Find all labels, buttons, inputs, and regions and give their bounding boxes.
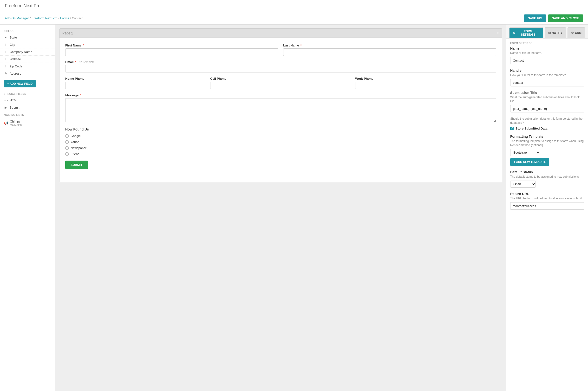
form-area: Page 1 + First Name * Last Name * bbox=[55, 24, 506, 391]
sidebar-item-submit[interactable]: ▶ Submit bbox=[0, 104, 55, 111]
name-row: First Name * Last Name * bbox=[65, 44, 496, 56]
formatting-template-select[interactable]: Bootstrap None Foundation bbox=[510, 149, 540, 156]
store-data-checkbox[interactable] bbox=[510, 127, 514, 130]
tab-notify-label: NOTIFY bbox=[552, 31, 563, 35]
email-input[interactable] bbox=[65, 65, 496, 73]
name-input[interactable] bbox=[510, 57, 584, 64]
breadcrumb-current: Contact bbox=[72, 16, 83, 20]
radio-google-input[interactable] bbox=[65, 134, 69, 138]
store-data-row: Store Submitted Data bbox=[510, 127, 584, 130]
work-phone-field: Work Phone bbox=[355, 77, 496, 89]
page-label: Page 1 bbox=[62, 31, 496, 35]
formatting-template-desc: The formatting template to assign to thi… bbox=[510, 139, 584, 147]
email-required: * bbox=[75, 60, 76, 64]
breadcrumb-addon-manager[interactable]: Add-On Manager bbox=[5, 16, 29, 20]
email-row: Email * No Template bbox=[65, 60, 496, 73]
cell-phone-input[interactable] bbox=[210, 82, 351, 89]
mailing-list-chimpy[interactable]: 📢 Chimpy MailChimp bbox=[0, 118, 55, 128]
cell-phone-label: Cell Phone bbox=[210, 77, 351, 80]
mailing-list-label: Chimpy bbox=[10, 120, 22, 123]
radio-friend-input[interactable] bbox=[65, 152, 69, 156]
sidebar-item-label: HTML bbox=[10, 98, 18, 102]
breadcrumb-sep-1: / bbox=[30, 16, 31, 20]
special-fields-section-label: SPECIAL FIELDS bbox=[0, 90, 55, 97]
mailing-list-sublabel: MailChimp bbox=[10, 123, 22, 126]
return-url-heading: Return URL bbox=[510, 192, 584, 196]
phone-row: Home Phone Cell Phone Work Phone bbox=[65, 77, 496, 89]
crm-gear-icon: ⚙ bbox=[571, 31, 574, 35]
tab-notify[interactable]: ✉ NOTIFY bbox=[545, 27, 566, 38]
store-data-label: Store Submitted Data bbox=[515, 127, 547, 130]
sidebar-item-label: Company Name bbox=[10, 50, 32, 54]
breadcrumb-freeform[interactable]: Freeform Next Pro bbox=[31, 16, 57, 20]
formatting-template-select-row: Bootstrap None Foundation bbox=[510, 149, 584, 156]
sidebar-item-city[interactable]: I City bbox=[0, 41, 55, 48]
form-canvas: First Name * Last Name * Ema bbox=[59, 38, 502, 182]
submission-title-desc: What the auto-generated submission title… bbox=[510, 95, 584, 103]
submit-button[interactable]: SUBMIT bbox=[65, 161, 88, 169]
email-label: Email * No Template bbox=[65, 60, 496, 64]
text-icon: I bbox=[4, 57, 8, 61]
message-textarea[interactable] bbox=[65, 98, 496, 122]
breadcrumb-forms[interactable]: Forms bbox=[60, 16, 69, 20]
text-icon: I bbox=[4, 65, 8, 68]
tab-form-settings[interactable]: ⚙ FORM SETTINGS bbox=[509, 27, 543, 38]
breadcrumb-sep-3: / bbox=[70, 16, 71, 20]
breadcrumb-bar: Add-On Manager / Freeform Next Pro / For… bbox=[0, 12, 588, 24]
radio-google: Google bbox=[65, 134, 496, 138]
sidebar-item-zip-code[interactable]: I Zip Code bbox=[0, 63, 55, 70]
add-new-field-button[interactable]: + ADD NEW FIELD bbox=[4, 80, 36, 87]
settings-body: Name Name or title of the form. Handle H… bbox=[506, 46, 588, 219]
radio-newspaper-label: Newspaper bbox=[71, 146, 87, 150]
how-found-section: How Found Us Google Yahoo Newspaper Frie… bbox=[65, 127, 496, 156]
sidebar-item-html[interactable]: </> HTML bbox=[0, 97, 55, 104]
play-icon: ▶ bbox=[4, 106, 8, 109]
sidebar-item-label: Website bbox=[10, 57, 21, 61]
sidebar-item-state[interactable]: ▾ State bbox=[0, 34, 55, 41]
radio-google-label: Google bbox=[71, 134, 81, 138]
add-new-template-button[interactable]: + ADD NEW TEMPLATE bbox=[510, 158, 549, 166]
submission-title-input[interactable] bbox=[510, 105, 584, 112]
breadcrumb-sep-2: / bbox=[58, 16, 59, 20]
tab-crm[interactable]: ⚙ CRM bbox=[568, 27, 585, 38]
setting-formatting-template: Formatting Template The formatting templ… bbox=[510, 135, 584, 166]
add-page-button[interactable]: + bbox=[496, 31, 499, 36]
first-name-input[interactable] bbox=[65, 48, 278, 56]
submission-title-heading: Submission Title bbox=[510, 91, 584, 95]
home-phone-input[interactable] bbox=[65, 82, 206, 89]
sidebar-item-label: City bbox=[10, 43, 15, 46]
handle-heading: Handle bbox=[510, 69, 584, 73]
text-icon: I bbox=[4, 43, 8, 46]
save-button[interactable]: SAVE ⌘S bbox=[524, 14, 546, 22]
first-name-required: * bbox=[83, 44, 84, 47]
radio-yahoo: Yahoo bbox=[65, 140, 496, 144]
cell-phone-field: Cell Phone bbox=[210, 77, 351, 89]
formatting-template-heading: Formatting Template bbox=[510, 135, 584, 138]
last-name-input[interactable] bbox=[283, 48, 496, 56]
handle-input[interactable] bbox=[510, 79, 584, 87]
setting-return-url: Return URL The URL the form will redirec… bbox=[510, 192, 584, 210]
radio-newspaper: Newspaper bbox=[65, 146, 496, 150]
message-field: Message * bbox=[65, 94, 496, 123]
tab-form-settings-label: FORM SETTINGS bbox=[517, 30, 540, 36]
sidebar-item-address[interactable]: ✎ Address bbox=[0, 70, 55, 77]
breadcrumb: Add-On Manager / Freeform Next Pro / For… bbox=[5, 16, 83, 20]
default-status-select[interactable]: Open Pending Closed bbox=[510, 181, 536, 188]
right-panel: ⚙ FORM SETTINGS ✉ NOTIFY ⚙ CRM FORM SETT… bbox=[506, 24, 588, 391]
radio-newspaper-input[interactable] bbox=[65, 146, 69, 150]
save-and-close-button[interactable]: SAVE AND CLOSE bbox=[548, 14, 583, 22]
work-phone-input[interactable] bbox=[355, 82, 496, 89]
handle-desc: How you'll refer to this form in the tem… bbox=[510, 73, 584, 77]
main-layout: FIELDS ▾ State I City I Company Name I W… bbox=[0, 24, 588, 391]
sidebar-item-website[interactable]: I Website bbox=[0, 56, 55, 63]
radio-yahoo-input[interactable] bbox=[65, 140, 69, 144]
setting-name: Name Name or title of the form. bbox=[510, 46, 584, 64]
first-name-field: First Name * bbox=[65, 44, 278, 56]
home-phone-label: Home Phone bbox=[65, 77, 206, 80]
return-url-desc: The URL the form will redirect to after … bbox=[510, 196, 584, 200]
message-required: * bbox=[80, 94, 81, 97]
html-icon: </> bbox=[4, 99, 8, 102]
return-url-input[interactable] bbox=[510, 202, 584, 210]
sidebar-item-company-name[interactable]: I Company Name bbox=[0, 48, 55, 56]
last-name-field: Last Name * bbox=[283, 44, 496, 56]
